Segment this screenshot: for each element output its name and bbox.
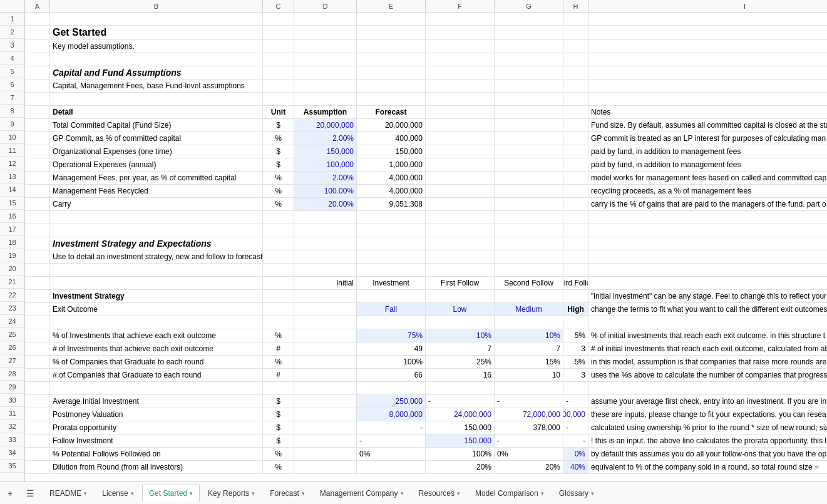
- cell-13-col-b[interactable]: Management Fees, per year, as % of commi…: [50, 172, 263, 184]
- cell-30-col-a[interactable]: [25, 395, 50, 408]
- cell-20-col-f[interactable]: [426, 264, 495, 276]
- cell-30-col-c[interactable]: $: [263, 395, 294, 408]
- cell-14-col-c[interactable]: %: [263, 185, 294, 197]
- col-header-e[interactable]: E: [357, 0, 426, 12]
- cell-19-col-f[interactable]: [426, 250, 495, 263]
- cell-1-col-d[interactable]: [294, 13, 357, 25]
- cell-8-col-h[interactable]: [563, 106, 588, 118]
- tab-readme[interactable]: README ▾: [43, 485, 94, 502]
- cell-3-col-f[interactable]: [426, 40, 495, 53]
- cell-18-col-d[interactable]: [294, 237, 357, 250]
- cell-2-col-i[interactable]: [588, 26, 827, 39]
- cell-17-col-g[interactable]: [495, 224, 563, 237]
- cell-19-col-a[interactable]: [25, 250, 50, 263]
- cell-15-col-h[interactable]: [563, 198, 588, 210]
- cell-17-col-b[interactable]: [50, 224, 263, 237]
- cell-31-col-i[interactable]: these are inputs, please change to fit y…: [588, 408, 827, 421]
- cell-28-col-h[interactable]: 3: [563, 369, 588, 381]
- cell-20-col-e[interactable]: [357, 264, 426, 276]
- cell-16-col-h[interactable]: [563, 211, 588, 224]
- cell-27-col-g[interactable]: 15%: [495, 356, 563, 368]
- cell-6-col-b[interactable]: Capital, Management Fees, base Fund-leve…: [50, 80, 263, 92]
- cell-4-col-f[interactable]: [426, 53, 495, 66]
- cell-24-col-a[interactable]: [25, 316, 50, 329]
- cell-27-col-d[interactable]: [294, 356, 357, 368]
- tab-forecast[interactable]: Forecast ▾: [263, 485, 312, 502]
- tab-key-reports[interactable]: Key Reports ▾: [201, 485, 262, 502]
- col-header-i[interactable]: I: [588, 0, 827, 12]
- cell-8-col-d[interactable]: Assumption: [294, 106, 357, 118]
- cell-7-col-a[interactable]: [25, 93, 50, 105]
- cell-12-col-e[interactable]: 1,000,000: [357, 158, 426, 171]
- cell-3-col-g[interactable]: [495, 40, 563, 53]
- cell-21-col-h[interactable]: Third Follow: [563, 277, 588, 289]
- cell-23-col-b[interactable]: Exit Outcome: [50, 303, 263, 316]
- cell-8-col-c[interactable]: Unit: [263, 106, 294, 118]
- tab-dropdown-icon[interactable]: ▾: [190, 490, 193, 496]
- sheet-menu-button[interactable]: ☰: [23, 486, 38, 501]
- cell-34-col-h[interactable]: 0%: [563, 448, 588, 460]
- cell-29-col-b[interactable]: [50, 382, 263, 394]
- cell-14-col-h[interactable]: [563, 185, 588, 197]
- tab-glossary[interactable]: Glossary ▾: [552, 485, 601, 502]
- cell-18-col-a[interactable]: [25, 237, 50, 250]
- cell-14-col-i[interactable]: recycling proceeds, as a % of management…: [588, 185, 827, 197]
- cell-35-col-g[interactable]: 20%: [495, 461, 563, 473]
- cell-13-col-f[interactable]: [426, 172, 495, 184]
- cell-22-col-c[interactable]: [263, 290, 294, 302]
- cell-26-col-a[interactable]: [25, 342, 50, 355]
- cell-25-col-h[interactable]: 5%: [563, 329, 588, 342]
- cell-30-col-e[interactable]: 250,000: [357, 395, 426, 408]
- cell-4-col-b[interactable]: [50, 53, 263, 66]
- cell-12-col-i[interactable]: paid by fund, in addition to management …: [588, 158, 827, 171]
- cell-10-col-b[interactable]: GP Commit, as % of committed capital: [50, 132, 263, 145]
- cell-32-col-d[interactable]: [294, 421, 357, 434]
- cell-22-col-h[interactable]: [563, 290, 588, 302]
- cell-1-col-e[interactable]: [357, 13, 426, 25]
- col-header-h[interactable]: H: [563, 0, 588, 12]
- cell-12-col-a[interactable]: [25, 158, 50, 171]
- cell-34-col-e[interactable]: 0%: [357, 448, 426, 460]
- cell-2-col-b[interactable]: Get Started: [50, 26, 263, 39]
- cell-17-col-h[interactable]: [563, 224, 588, 237]
- cell-20-col-a[interactable]: [25, 264, 50, 276]
- cell-18-col-i[interactable]: [588, 237, 827, 250]
- cell-15-col-c[interactable]: %: [263, 198, 294, 210]
- cell-31-col-h[interactable]: 216,000,000: [563, 408, 588, 421]
- cell-10-col-g[interactable]: [495, 132, 563, 145]
- cell-9-col-f[interactable]: [426, 119, 495, 131]
- cell-8-col-a[interactable]: [25, 106, 50, 118]
- cell-4-col-h[interactable]: [563, 53, 588, 66]
- tab-dropdown-icon[interactable]: ▾: [401, 490, 404, 496]
- cell-18-col-g[interactable]: [495, 237, 563, 250]
- cell-14-col-e[interactable]: 4,000,000: [357, 185, 426, 197]
- cell-31-col-b[interactable]: Postmoney Valuation: [50, 408, 263, 421]
- cell-27-col-i[interactable]: in this model, assumption is that compan…: [588, 356, 827, 368]
- cell-14-col-b[interactable]: Management Fees Recycled: [50, 185, 263, 197]
- cell-18-col-f[interactable]: [426, 237, 495, 250]
- cell-27-col-c[interactable]: %: [263, 356, 294, 368]
- cell-15-col-g[interactable]: [495, 198, 563, 210]
- cell-4-col-c[interactable]: [263, 53, 294, 66]
- cell-5-col-g[interactable]: [495, 66, 563, 79]
- cell-18-col-b[interactable]: Investment Strategy and Expectations: [50, 237, 263, 250]
- cell-11-col-h[interactable]: [563, 145, 588, 158]
- cell-18-col-c[interactable]: [263, 237, 294, 250]
- cell-35-col-e[interactable]: [357, 461, 426, 473]
- cell-21-col-f[interactable]: First Follow: [426, 277, 495, 289]
- cell-18-col-e[interactable]: [357, 237, 426, 250]
- cell-6-col-h[interactable]: [563, 80, 588, 92]
- cell-33-col-a[interactable]: [25, 435, 50, 447]
- col-header-c[interactable]: C: [263, 0, 294, 12]
- cell-18-col-h[interactable]: [563, 237, 588, 250]
- cell-23-col-f[interactable]: Low: [426, 303, 495, 316]
- tab-dropdown-icon[interactable]: ▾: [541, 490, 544, 496]
- cell-30-col-g[interactable]: -: [495, 395, 563, 408]
- cell-34-col-a[interactable]: [25, 448, 50, 460]
- cell-12-col-h[interactable]: [563, 158, 588, 171]
- cell-2-col-c[interactable]: [263, 26, 294, 39]
- cell-6-col-c[interactable]: [263, 80, 294, 92]
- cell-32-col-g[interactable]: 378,000: [495, 421, 563, 434]
- cell-2-col-d[interactable]: [294, 26, 357, 39]
- cell-1-col-h[interactable]: [563, 13, 588, 25]
